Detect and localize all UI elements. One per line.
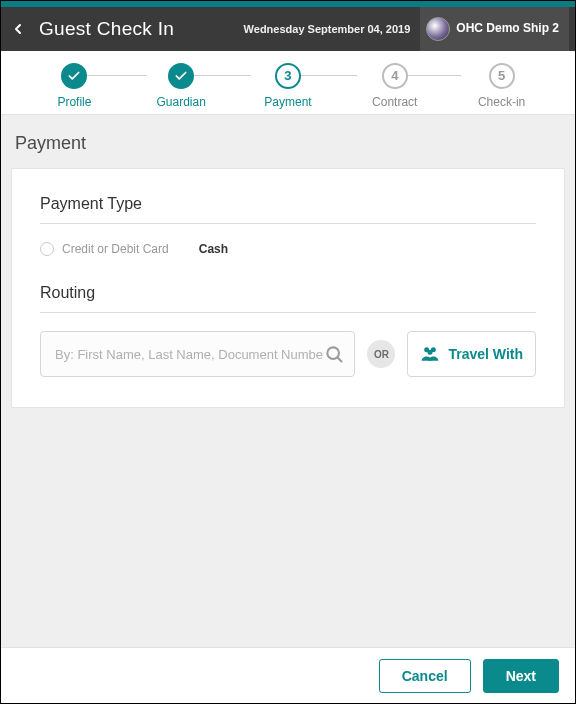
- step-number: 5: [489, 63, 515, 89]
- routing-search[interactable]: [40, 331, 355, 377]
- step-guardian[interactable]: Guardian: [141, 63, 221, 109]
- header-date: Wednesday September 04, 2019: [244, 23, 411, 35]
- step-label: Check-in: [478, 95, 525, 109]
- step-payment[interactable]: 3 Payment: [248, 63, 328, 109]
- payment-card: Payment Type Credit or Debit Card Cash R…: [11, 168, 565, 408]
- step-label: Guardian: [157, 95, 206, 109]
- step-checkin[interactable]: 5 Check-in: [462, 63, 542, 109]
- check-icon: [174, 69, 188, 83]
- payment-type-cash-option[interactable]: Cash: [199, 242, 228, 256]
- cancel-button[interactable]: Cancel: [379, 659, 471, 693]
- svg-point-4: [428, 350, 433, 355]
- chevron-left-icon: [10, 21, 26, 37]
- footer-actions: Cancel Next: [1, 647, 575, 703]
- payment-type-card-option[interactable]: Credit or Debit Card: [40, 242, 169, 256]
- payment-type-heading: Payment Type: [40, 195, 536, 213]
- group-icon: [420, 345, 440, 363]
- payment-type-card-label: Credit or Debit Card: [62, 242, 169, 256]
- back-button[interactable]: [7, 18, 29, 40]
- page-heading: Payment: [15, 133, 565, 154]
- next-button[interactable]: Next: [483, 659, 559, 693]
- travel-with-button[interactable]: Travel With: [407, 331, 536, 377]
- ship-name: OHC Demo Ship 2: [456, 22, 559, 35]
- divider: [40, 312, 536, 313]
- search-icon[interactable]: [324, 344, 344, 364]
- page-body: Payment Payment Type Credit or Debit Car…: [1, 115, 575, 647]
- routing-search-input[interactable]: [55, 347, 324, 362]
- or-separator: OR: [367, 340, 395, 368]
- routing-heading: Routing: [40, 284, 536, 302]
- step-label: Contract: [372, 95, 417, 109]
- page-title: Guest Check In: [39, 18, 174, 40]
- app-header: Guest Check In Wednesday September 04, 2…: [1, 7, 575, 51]
- step-label: Profile: [57, 95, 91, 109]
- step-number: 3: [275, 63, 301, 89]
- step-number: 4: [382, 63, 408, 89]
- step-profile[interactable]: Profile: [34, 63, 114, 109]
- ship-avatar-icon: [426, 17, 450, 41]
- progress-stepper: Profile Guardian 3 Payment 4 Contract 5 …: [1, 51, 575, 115]
- svg-line-1: [338, 358, 342, 362]
- step-contract[interactable]: 4 Contract: [355, 63, 435, 109]
- step-label: Payment: [264, 95, 311, 109]
- ship-selector[interactable]: OHC Demo Ship 2: [420, 7, 569, 51]
- travel-with-label: Travel With: [448, 346, 523, 362]
- divider: [40, 223, 536, 224]
- radio-icon: [40, 242, 54, 256]
- check-icon: [67, 69, 81, 83]
